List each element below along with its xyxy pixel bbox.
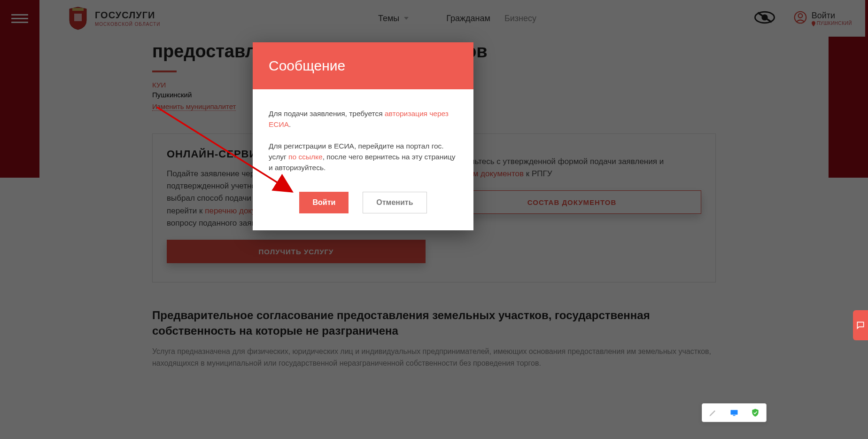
modal-cancel-button[interactable]: Отменить <box>363 192 426 213</box>
tray-pen-icon[interactable] <box>708 408 718 417</box>
modal-enter-button[interactable]: Войти <box>299 192 349 213</box>
modal-title: Сообщение <box>253 42 473 89</box>
chat-icon <box>856 321 865 330</box>
modal-body: Для подачи заявления, требуется авториза… <box>253 89 473 178</box>
tray-shield-icon[interactable] <box>751 408 760 417</box>
svg-rect-9 <box>733 415 735 416</box>
side-chat-button[interactable] <box>853 310 868 340</box>
modal-footer: Войти Отменить <box>253 178 473 230</box>
svg-rect-8 <box>730 410 737 415</box>
modal-esia-register-link[interactable]: по ссылке <box>288 153 323 161</box>
tray-monitor-icon[interactable] <box>729 408 739 417</box>
auth-modal: Сообщение Для подачи заявления, требуетс… <box>253 42 473 230</box>
extension-tray <box>702 403 767 422</box>
